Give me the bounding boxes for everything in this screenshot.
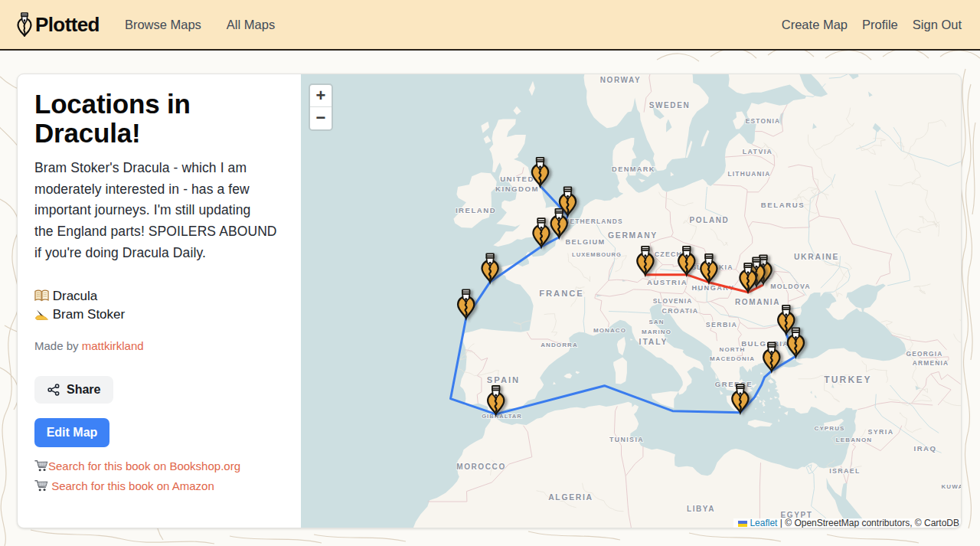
svg-text:SYRIA: SYRIA: [868, 428, 894, 436]
svg-text:BULGARIA: BULGARIA: [741, 339, 789, 348]
svg-text:CYPRUS: CYPRUS: [815, 425, 845, 432]
svg-text:IRELAND: IRELAND: [456, 206, 496, 214]
svg-text:LEBANON: LEBANON: [836, 436, 872, 443]
svg-text:AUSTRIA: AUSTRIA: [647, 278, 688, 286]
svg-text:DENMARK: DENMARK: [612, 165, 655, 173]
svg-text:LATVIA: LATVIA: [743, 148, 773, 155]
svg-text:UNITED: UNITED: [500, 175, 534, 183]
svg-text:SAN: SAN: [648, 319, 664, 325]
svg-text:BELARUS: BELARUS: [761, 201, 805, 209]
svg-text:SERBIA: SERBIA: [706, 321, 738, 329]
svg-text:LITHUANIA: LITHUANIA: [728, 170, 771, 178]
svg-text:ARMENIA: ARMENIA: [913, 359, 949, 367]
svg-text:MOLDOVA: MOLDOVA: [770, 283, 811, 290]
svg-text:SPAIN: SPAIN: [487, 375, 520, 384]
svg-text:ROMANIA: ROMANIA: [735, 298, 780, 306]
svg-text:IRAQ: IRAQ: [914, 444, 937, 453]
svg-text:LIBYA: LIBYA: [687, 505, 715, 513]
svg-text:NORTH: NORTH: [720, 346, 746, 353]
svg-text:MARINO: MARINO: [642, 329, 671, 335]
svg-text:ISRAEL: ISRAEL: [829, 467, 861, 475]
svg-text:KUWAIT: KUWAIT: [941, 483, 962, 490]
svg-text:BELGIUM: BELGIUM: [565, 238, 605, 246]
svg-text:FRANCE: FRANCE: [539, 289, 584, 298]
svg-text:GEORGIA: GEORGIA: [906, 350, 943, 358]
svg-text:SWEDEN: SWEDEN: [649, 101, 691, 110]
svg-text:NETHERLANDS: NETHERLANDS: [564, 217, 622, 225]
svg-text:UKRAINE: UKRAINE: [794, 253, 839, 261]
svg-text:ESTONIA: ESTONIA: [746, 117, 780, 125]
svg-text:GERMANY: GERMANY: [608, 231, 658, 240]
svg-text:GREECE: GREECE: [715, 380, 753, 388]
svg-text:NORWAY: NORWAY: [600, 76, 642, 84]
svg-text:MONACO: MONACO: [593, 327, 626, 334]
svg-text:TURKEY: TURKEY: [824, 374, 872, 385]
svg-text:MACEDONIA: MACEDONIA: [710, 355, 755, 362]
svg-text:LUXEMBOURG: LUXEMBOURG: [572, 251, 622, 258]
svg-text:ANDORRA: ANDORRA: [541, 342, 578, 348]
svg-text:MOROCCO: MOROCCO: [456, 463, 506, 471]
svg-text:ITALY: ITALY: [639, 338, 668, 346]
svg-text:SLOVENIA: SLOVENIA: [653, 297, 693, 305]
svg-text:POLAND: POLAND: [690, 216, 730, 224]
svg-text:KINGDOM: KINGDOM: [495, 185, 539, 193]
svg-text:TUNISIA: TUNISIA: [609, 436, 644, 443]
svg-text:ALGERIA: ALGERIA: [548, 493, 593, 502]
svg-text:CROATIA: CROATIA: [662, 307, 699, 315]
